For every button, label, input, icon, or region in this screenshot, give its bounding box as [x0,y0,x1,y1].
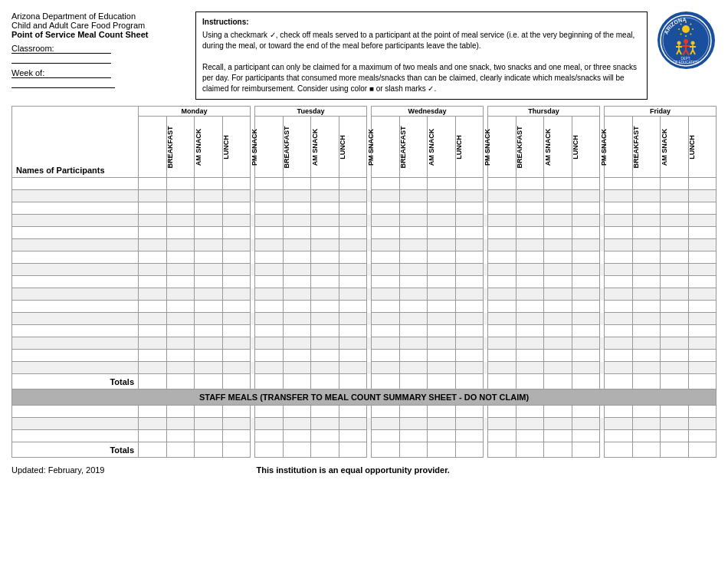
data-cell[interactable] [222,350,251,362]
data-cell[interactable] [339,301,367,313]
data-cell[interactable] [455,227,484,239]
staff-name-cell[interactable] [12,430,139,442]
data-cell[interactable] [488,202,516,215]
data-cell[interactable] [605,301,633,313]
data-cell[interactable] [632,288,661,301]
participant-name-cell[interactable] [12,239,139,251]
data-cell[interactable] [311,227,339,239]
data-cell[interactable] [572,313,600,325]
data-cell[interactable] [488,313,516,325]
data-cell[interactable] [455,406,484,418]
data-cell[interactable] [283,215,311,227]
data-cell[interactable] [139,442,167,458]
data-cell[interactable] [372,374,400,389]
data-cell[interactable] [688,350,717,362]
data-cell[interactable] [166,301,195,313]
data-cell[interactable] [516,325,544,337]
data-cell[interactable] [572,251,600,264]
data-cell[interactable] [372,251,400,264]
data-cell[interactable] [516,276,544,288]
data-cell[interactable] [455,239,484,251]
data-cell[interactable] [688,325,717,337]
data-cell[interactable] [166,288,195,301]
data-cell[interactable] [399,442,428,458]
data-cell[interactable] [516,430,544,442]
data-cell[interactable] [605,227,633,239]
data-cell[interactable] [455,190,484,202]
data-cell[interactable] [488,406,516,418]
data-cell[interactable] [139,374,167,389]
data-cell[interactable] [195,202,223,215]
data-cell[interactable] [283,202,311,215]
data-cell[interactable] [605,442,633,458]
data-cell[interactable] [605,239,633,251]
data-cell[interactable] [544,362,572,374]
data-cell[interactable] [544,251,572,264]
data-cell[interactable] [632,239,661,251]
data-cell[interactable] [222,251,251,264]
data-cell[interactable] [311,313,339,325]
participant-name-cell[interactable] [12,264,139,276]
data-cell[interactable] [632,264,661,276]
data-cell[interactable] [372,442,400,458]
data-cell[interactable] [632,202,661,215]
data-cell[interactable] [399,350,428,362]
week-value[interactable] [11,78,115,88]
data-cell[interactable] [516,239,544,251]
data-cell[interactable] [283,418,311,430]
data-cell[interactable] [544,313,572,325]
data-cell[interactable] [428,301,456,313]
data-cell[interactable] [339,288,367,301]
data-cell[interactable] [222,313,251,325]
data-cell[interactable] [166,362,195,374]
data-cell[interactable] [255,362,284,374]
data-cell[interactable] [283,337,311,350]
data-cell[interactable] [605,251,633,264]
data-cell[interactable] [455,202,484,215]
data-cell[interactable] [311,442,339,458]
data-cell[interactable] [372,215,400,227]
data-cell[interactable] [222,406,251,418]
data-cell[interactable] [222,430,251,442]
data-cell[interactable] [605,337,633,350]
data-cell[interactable] [488,350,516,362]
data-cell[interactable] [195,374,223,389]
data-cell[interactable] [428,215,456,227]
data-cell[interactable] [139,406,167,418]
data-cell[interactable] [222,418,251,430]
data-cell[interactable] [195,288,223,301]
data-cell[interactable] [311,251,339,264]
data-cell[interactable] [455,264,484,276]
data-cell[interactable] [399,215,428,227]
data-cell[interactable] [688,264,717,276]
data-cell[interactable] [283,442,311,458]
data-cell[interactable] [605,215,633,227]
data-cell[interactable] [166,202,195,215]
data-cell[interactable] [688,418,717,430]
data-cell[interactable] [339,442,367,458]
data-cell[interactable] [544,178,572,190]
data-cell[interactable] [399,227,428,239]
data-cell[interactable] [222,325,251,337]
data-cell[interactable] [399,418,428,430]
data-cell[interactable] [222,178,251,190]
participant-name-cell[interactable] [12,350,139,362]
data-cell[interactable] [428,251,456,264]
data-cell[interactable] [339,313,367,325]
data-cell[interactable] [455,251,484,264]
data-cell[interactable] [428,430,456,442]
data-cell[interactable] [544,406,572,418]
data-cell[interactable] [688,430,717,442]
data-cell[interactable] [372,350,400,362]
data-cell[interactable] [516,301,544,313]
data-cell[interactable] [572,374,600,389]
data-cell[interactable] [255,276,284,288]
data-cell[interactable] [139,276,167,288]
data-cell[interactable] [372,430,400,442]
data-cell[interactable] [339,264,367,276]
data-cell[interactable] [661,215,689,227]
data-cell[interactable] [139,215,167,227]
data-cell[interactable] [632,374,661,389]
data-cell[interactable] [661,337,689,350]
participant-name-cell[interactable] [12,337,139,350]
